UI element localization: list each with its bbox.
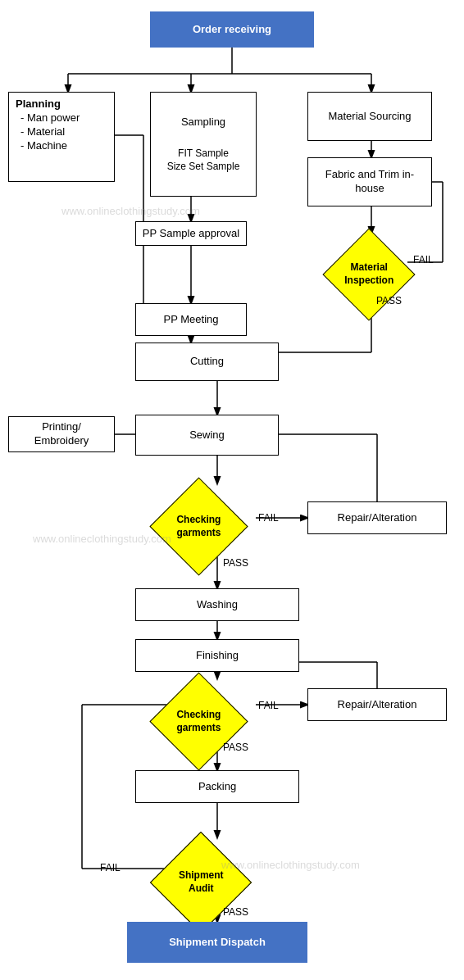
checking2-fail-label: FAIL xyxy=(258,700,279,711)
material-inspection-pass-label: PASS xyxy=(376,295,402,306)
checking1-pass-label: PASS xyxy=(223,557,248,569)
checking-garments-2-label: Checking garments xyxy=(165,709,233,734)
sampling-label: Sampling xyxy=(181,116,225,129)
repair1-label: Repair/Alteration xyxy=(338,511,417,525)
material-inspection-label: Material Inspection xyxy=(337,261,401,287)
repair-alteration-2-box: Repair/Alteration xyxy=(307,688,447,721)
shipment-dispatch-box: Shipment Dispatch xyxy=(127,922,307,963)
cutting-box: Cutting xyxy=(135,343,279,381)
material-inspection-fail-label: FAIL xyxy=(413,254,434,265)
order-receiving-label: Order receiving xyxy=(193,23,271,37)
sampling-box: Sampling FIT SampleSize Set Sample xyxy=(150,92,257,197)
pp-sample-label: PP Sample approval xyxy=(143,227,239,241)
planning-item1: - Man power xyxy=(20,111,80,125)
printing-label: Printing/ Embroidery xyxy=(14,420,109,448)
planning-item2: - Material xyxy=(20,125,65,139)
packing-label: Packing xyxy=(198,780,236,794)
watermark-1: www.onlineclothingstudy.com xyxy=(61,205,200,217)
printing-box: Printing/ Embroidery xyxy=(8,416,115,452)
checking2-pass-label: PASS xyxy=(223,742,248,753)
checking-garments-1-label: Checking garments xyxy=(165,514,233,539)
sewing-box: Sewing xyxy=(135,415,279,456)
shipment-audit-label: Shipment Audit xyxy=(166,869,236,895)
watermark-2: www.onlineclothingstudy.com xyxy=(33,533,171,545)
planning-box: Planning - Man power - Material - Machin… xyxy=(8,92,115,182)
sewing-label: Sewing xyxy=(189,429,225,442)
finishing-label: Finishing xyxy=(196,649,239,663)
pp-meeting-box: PP Meeting xyxy=(135,303,247,336)
planning-item3: - Machine xyxy=(20,139,67,153)
washing-box: Washing xyxy=(135,588,299,621)
flowchart: Order receiving Planning - Man power - M… xyxy=(0,0,464,980)
shipment-audit-fail-label: FAIL xyxy=(100,862,121,873)
planning-label: Planning xyxy=(16,98,61,111)
washing-label: Washing xyxy=(197,598,238,612)
packing-box: Packing xyxy=(135,770,299,803)
repair-alteration-1-box: Repair/Alteration xyxy=(307,501,447,534)
fabric-trim-box: Fabric and Trim in-house xyxy=(307,157,432,206)
pp-meeting-label: PP Meeting xyxy=(164,313,219,327)
repair2-label: Repair/Alteration xyxy=(338,698,417,712)
shipment-dispatch-label: Shipment Dispatch xyxy=(169,936,266,950)
shipment-audit-pass-label: PASS xyxy=(223,906,248,918)
material-sourcing-label: Material Sourcing xyxy=(328,110,411,124)
order-receiving-box: Order receiving xyxy=(150,11,314,48)
finishing-box: Finishing xyxy=(135,639,299,672)
fabric-trim-label: Fabric and Trim in-house xyxy=(313,168,426,196)
pp-sample-box: PP Sample approval xyxy=(135,221,247,246)
sampling-sub: FIT SampleSize Set Sample xyxy=(167,147,240,173)
cutting-label: Cutting xyxy=(190,355,224,369)
checking1-fail-label: FAIL xyxy=(258,512,279,524)
material-sourcing-box: Material Sourcing xyxy=(307,92,432,141)
